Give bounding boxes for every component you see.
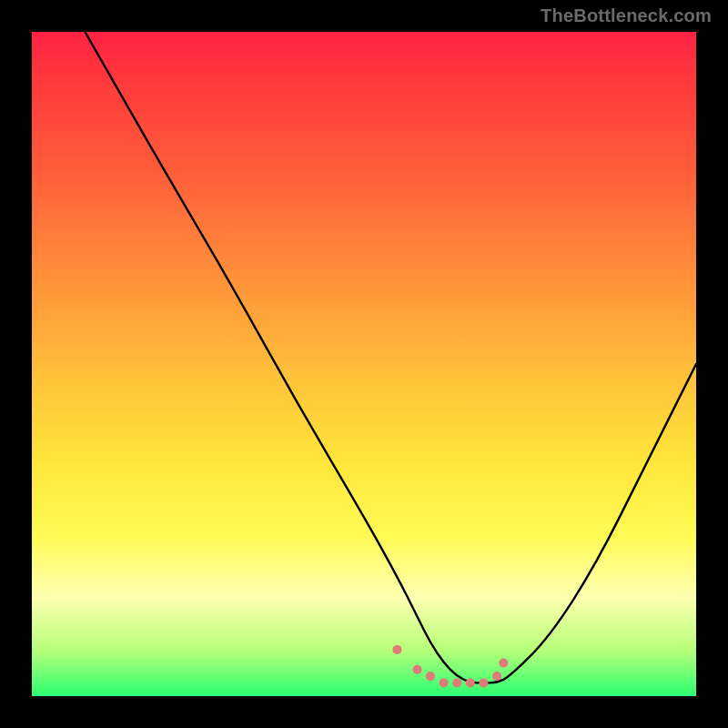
bottleneck-curve xyxy=(85,32,696,682)
chart-frame: TheBottleneck.com xyxy=(0,0,728,728)
marker-point xyxy=(393,645,402,654)
marker-point xyxy=(412,665,421,674)
marker-point xyxy=(440,678,449,687)
plot-area xyxy=(32,32,696,696)
marker-point xyxy=(492,672,501,681)
marker-point xyxy=(466,678,475,687)
marker-point xyxy=(426,672,435,681)
attribution-label: TheBottleneck.com xyxy=(541,5,712,26)
curve-layer xyxy=(32,32,696,696)
flat-bottom-markers xyxy=(393,645,509,688)
marker-point xyxy=(479,678,488,687)
marker-point xyxy=(452,678,461,687)
marker-point xyxy=(499,659,508,668)
